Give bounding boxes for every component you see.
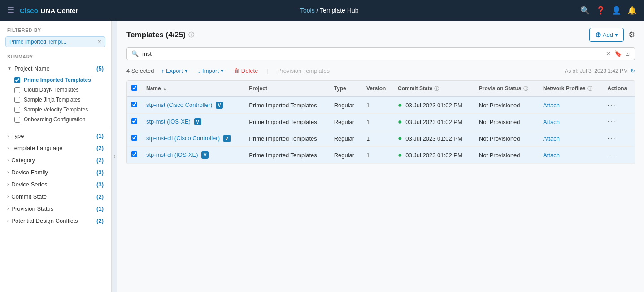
row-checkbox-2[interactable] [131, 135, 137, 141]
search-icon[interactable]: 🔍 [580, 6, 590, 15]
template-name-link-3[interactable]: stp-mst-cli (IOS-XE) [146, 151, 198, 158]
title-info-icon[interactable]: ⓘ [188, 31, 194, 39]
sidebar-child-sample-velocity[interactable]: Sample Velocity Templates [14, 105, 111, 115]
template-name-link-0[interactable]: stp-mst (Cisco Controller) [146, 102, 212, 108]
chevron-right-icon-8: › [7, 218, 9, 223]
select-all-checkbox[interactable] [131, 85, 137, 91]
row-checkbox-cell-1[interactable] [127, 114, 142, 130]
sidebar-group-type-header[interactable]: › Type (1) [0, 130, 111, 142]
th-project[interactable]: Project [244, 81, 329, 97]
collapse-icon: ‹ [114, 153, 116, 159]
brand-dna: DNA Center [41, 7, 78, 14]
add-button[interactable]: ⊕ Add ▾ [589, 28, 624, 42]
filter-icon[interactable]: ⊿ [625, 50, 630, 57]
bookmark-icon[interactable]: 🔖 [614, 50, 622, 57]
sidebar-child-sample-jinja[interactable]: Sample Jinja Templates [14, 95, 111, 105]
row-provision-status-2: Not Provisioned [474, 130, 539, 147]
th-commit-state[interactable]: Commit State ⓘ [393, 81, 474, 97]
checkbox-sample-jinja[interactable] [14, 97, 20, 103]
row-actions-menu-0[interactable]: ··· [607, 101, 616, 109]
version-badge-3: V [201, 151, 209, 159]
attach-link-0[interactable]: Attach [543, 102, 560, 109]
brand-logo: Cisco DNA Center [20, 7, 78, 14]
checkbox-sample-velocity[interactable] [14, 107, 20, 113]
row-type-3: Regular [330, 147, 362, 164]
help-icon[interactable]: ❓ [596, 6, 605, 15]
row-checkbox-1[interactable] [131, 118, 137, 124]
delete-button[interactable]: 🗑 Delete [231, 66, 261, 76]
row-checkbox-3[interactable] [131, 151, 137, 157]
label-onboarding-config: Onboarding Configuration [24, 116, 85, 123]
checkbox-cloud-dayn[interactable] [14, 87, 20, 93]
th-name[interactable]: Name ▲ [142, 81, 244, 97]
sidebar-collapse-handle[interactable]: ‹ [111, 21, 117, 292]
sidebar-group-potential-conflicts-header[interactable]: › Potential Design Conflicts (2) [0, 215, 111, 226]
breadcrumb-tools[interactable]: Tools [300, 7, 315, 14]
row-version-0: 1 [362, 97, 393, 114]
sidebar-group-category-header[interactable]: › Category (2) [0, 155, 111, 166]
attach-link-2[interactable]: Attach [543, 135, 560, 142]
row-actions-menu-2[interactable]: ··· [607, 134, 616, 142]
sidebar-group-template-language-header[interactable]: › Template Language (2) [0, 142, 111, 154]
sidebar-child-prime-imported[interactable]: Prime Imported Templates [14, 75, 111, 85]
checkbox-onboarding-config[interactable] [14, 117, 20, 123]
row-actions-menu-1[interactable]: ··· [607, 118, 616, 125]
sidebar-child-onboarding-config[interactable]: Onboarding Configuration [14, 115, 111, 124]
th-version[interactable]: Version [362, 81, 393, 97]
commit-state-info-icon[interactable]: ⓘ [434, 85, 439, 92]
row-checkbox-0[interactable] [131, 102, 137, 107]
th-network-profiles[interactable]: Network Profiles ⓘ [539, 81, 603, 97]
row-checkbox-cell-0[interactable] [127, 97, 142, 114]
row-actions-menu-3[interactable]: ··· [607, 151, 616, 159]
group-count-template-language: (2) [96, 145, 104, 151]
row-provision-status-0: Not Provisioned [474, 97, 539, 114]
sidebar: FILTERED BY Prime Imported Templ... × SU… [0, 21, 111, 292]
sort-asc-icon: ▲ [163, 86, 167, 91]
import-icon: ↓ [198, 67, 201, 74]
group-label-template-language: Template Language [11, 145, 94, 151]
th-provision-status[interactable]: Provision Status ⓘ [474, 81, 539, 97]
remove-filter-button[interactable]: × [98, 38, 101, 45]
th-select-all[interactable] [127, 81, 142, 97]
menu-icon[interactable]: ☰ [7, 5, 14, 15]
search-input[interactable] [142, 50, 602, 57]
template-name-link-1[interactable]: stp-mst (IOS-XE) [146, 118, 191, 125]
bell-icon[interactable]: 🔔 [627, 6, 637, 15]
attach-link-1[interactable]: Attach [543, 119, 560, 125]
sidebar-group-device-family-header[interactable]: › Device Family (3) [0, 167, 111, 178]
export-button[interactable]: ↑ Export ▾ [158, 66, 190, 76]
toolbar: 4 Selected ↑ Export ▾ ↓ Import ▾ 🗑 Delet… [126, 66, 635, 76]
sidebar-child-cloud-dayn[interactable]: Cloud DayN Templates [14, 85, 111, 95]
attach-link-3[interactable]: Attach [543, 152, 560, 159]
th-type[interactable]: Type [330, 81, 362, 97]
settings-icon[interactable]: ⚙ [628, 30, 635, 40]
filtered-by-label: FILTERED BY [0, 26, 111, 36]
active-filter-tag[interactable]: Prime Imported Templ... × [5, 36, 105, 47]
import-button[interactable]: ↓ Import ▾ [195, 66, 226, 76]
row-version-1: 1 [362, 114, 393, 130]
main-content: Templates (4/25) ⓘ ⊕ Add ▾ ⚙ 🔍 ✕ 🔖 ⊿ [117, 21, 644, 292]
version-badge-1: V [194, 118, 201, 125]
provision-templates-button[interactable]: Provision Templates [275, 66, 332, 76]
templates-table: Name ▲ Project Type Version [126, 80, 635, 164]
sidebar-group-provision-status-header[interactable]: › Provision Status (1) [0, 203, 111, 214]
template-name-link-2[interactable]: stp-mst-cli (Cisco Controller) [146, 135, 220, 142]
user-icon[interactable]: 👤 [612, 6, 621, 15]
row-checkbox-cell-3[interactable] [127, 147, 142, 164]
toolbar-right: As of: Jul 3, 2023 1:42 PM ↻ [565, 68, 635, 74]
sidebar-group-commit-state-header[interactable]: › Commit State (2) [0, 191, 111, 202]
checkbox-prime-imported[interactable] [14, 77, 20, 83]
refresh-icon[interactable]: ↻ [631, 68, 635, 74]
row-checkbox-cell-2[interactable] [127, 130, 142, 147]
group-label-type: Type [11, 133, 94, 139]
group-label-device-family: Device Family [11, 169, 94, 176]
provision-status-info-icon[interactable]: ⓘ [523, 85, 528, 92]
sidebar-group-project-name-header[interactable]: ▼ Project Name (5) [0, 63, 111, 74]
group-label-project-name: Project Name [14, 65, 94, 72]
clear-search-icon[interactable]: ✕ [606, 50, 611, 57]
export-label: Export [166, 67, 183, 74]
row-actions-cell-1: ··· [603, 114, 635, 130]
sidebar-group-device-series-header[interactable]: › Device Series (3) [0, 179, 111, 190]
th-name-label: Name [146, 85, 161, 92]
network-profiles-info-icon[interactable]: ⓘ [587, 85, 592, 92]
